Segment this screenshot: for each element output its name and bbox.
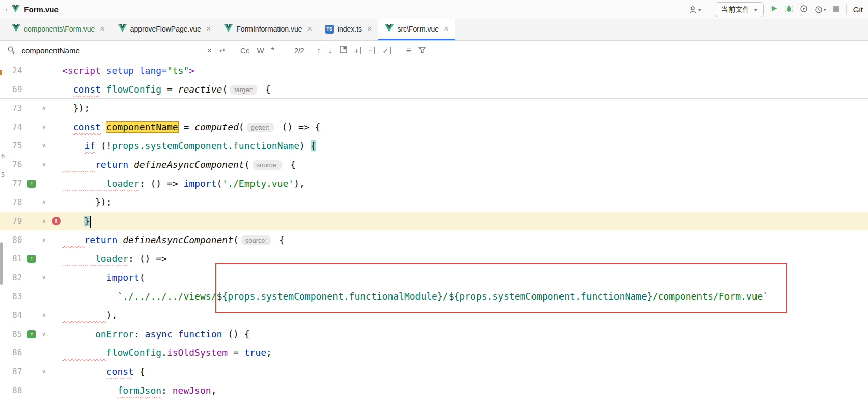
fold-marker-icon[interactable]: ∧ (42, 312, 46, 318)
code-line-24[interactable]: 24<script setup lang="ts"> (0, 61, 868, 80)
green-arrow-gutter-icon[interactable]: ↑ (27, 255, 36, 263)
filter-options-icon[interactable]: ≡ (406, 46, 411, 55)
green-arrow-gutter-icon[interactable]: ↑ (27, 180, 36, 188)
code-token: ${ (449, 291, 460, 302)
code-text[interactable]: import( (62, 268, 868, 287)
code-line-73[interactable]: 73∧ }); (0, 99, 868, 117)
code-text[interactable]: flowConfig.isOldSystem = true; (62, 343, 868, 362)
code-token: ( (244, 159, 250, 170)
code-token: ( (216, 178, 222, 189)
regex-toggle[interactable]: * (271, 46, 275, 55)
code-line-81[interactable]: 81↑ loader: () => (0, 249, 868, 268)
open-results-icon[interactable] (340, 46, 347, 55)
code-line-69[interactable]: 69 const flowConfig = reactive(target: { (0, 80, 868, 99)
words-toggle[interactable]: W (257, 47, 264, 54)
code-text[interactable]: loader: () => import('./Empty.vue'), (62, 174, 868, 193)
debug-button[interactable] (785, 5, 793, 15)
code-token (62, 310, 106, 320)
code-text[interactable]: if (!props.systemComponent.functionName)… (62, 136, 868, 155)
remove-selection-icon[interactable]: − (368, 47, 375, 54)
close-tab-icon[interactable]: × (307, 25, 312, 33)
newline-icon[interactable]: ↵ (219, 47, 226, 54)
code-line-86[interactable]: 86 flowConfig.isOldSystem = true; (0, 343, 868, 362)
match-case-toggle[interactable]: Cc (240, 47, 249, 54)
tab-components-form-vue[interactable]: components\Form.vue× (5, 19, 111, 40)
line-number: 75 (0, 141, 25, 151)
close-tab-icon[interactable]: × (444, 25, 449, 33)
select-all-occurrences-icon[interactable]: ✓ (382, 47, 391, 54)
code-line-82[interactable]: 82∨ import( (0, 268, 868, 287)
user-menu-button[interactable]: ▾ (688, 6, 701, 14)
filter-icon[interactable] (418, 46, 426, 55)
code-text[interactable]: loader: () => (62, 249, 868, 268)
code-line-76[interactable]: 76∨ return defineAsyncComponent(source: … (0, 155, 868, 174)
tab-approveflowpage-vue[interactable]: approveFlowPage.vue× (111, 19, 218, 40)
line-number: 87 (0, 367, 25, 376)
fold-marker-icon[interactable]: ∨ (42, 142, 46, 149)
run-button[interactable] (770, 5, 778, 14)
code-line-80[interactable]: 80∨ return defineAsyncComponent(source: … (0, 230, 868, 249)
clear-search-icon[interactable]: × (207, 46, 212, 55)
code-text[interactable]: }); (62, 99, 868, 117)
code-text[interactable]: ), (62, 306, 868, 324)
code-text[interactable]: onError: async function () { (62, 324, 868, 343)
fold-marker-icon[interactable]: ∧ (42, 218, 46, 224)
code-line-74[interactable]: 74∨ const componentName = computed(gette… (0, 117, 868, 136)
coverage-button[interactable] (800, 5, 808, 15)
code-token: : (134, 329, 145, 339)
code-line-83[interactable]: 83 `./../../../views/${props.systemCompo… (0, 287, 868, 306)
code-token: : (161, 385, 173, 396)
code-line-84[interactable]: 84∧ ), (0, 306, 868, 324)
profiler-button[interactable]: ▾ (815, 6, 826, 14)
code-line-78[interactable]: 78∧ }); (0, 193, 868, 212)
git-menu[interactable]: Git (853, 5, 863, 14)
code-text[interactable]: const { (62, 362, 868, 381)
close-tab-icon[interactable]: × (367, 25, 372, 33)
green-arrow-gutter-icon[interactable]: ↑ (27, 330, 36, 338)
code-token: <script (62, 65, 101, 76)
close-tab-icon[interactable]: × (206, 25, 211, 33)
tab-src-form-vue[interactable]: src\Form.vue× (378, 19, 455, 40)
gutter: 79∧! (0, 212, 62, 230)
code-line-85[interactable]: 85↑∨ onError: async function () { (0, 324, 868, 343)
add-selection-icon[interactable]: + (354, 47, 361, 54)
previous-match-icon[interactable]: ↑ (317, 46, 321, 55)
code-text[interactable]: const flowConfig = reactive(target: { (62, 80, 868, 99)
code-line-77[interactable]: 77↑ loader: () => import('./Empty.vue'), (0, 174, 868, 193)
fold-marker-icon[interactable]: ∨ (42, 236, 46, 243)
code-line-79[interactable]: 79∧! } (0, 212, 868, 230)
code-text[interactable]: return defineAsyncComponent(source: { (62, 155, 868, 174)
left-scrollbar-thumb[interactable] (0, 242, 3, 285)
fold-marker-icon[interactable]: ∧ (42, 105, 46, 111)
line-number: 86 (0, 348, 25, 358)
code-line-87[interactable]: 87∨ const { (0, 362, 868, 381)
tab-forminformation-vue[interactable]: FormInformation.vue× (217, 19, 319, 40)
code-text[interactable]: return defineAsyncComponent(source: { (62, 230, 868, 249)
code-text[interactable]: <script setup lang="ts"> (62, 61, 868, 80)
search-input[interactable]: componentName (22, 46, 200, 55)
code-line-75[interactable]: 75∨ if (!props.systemComponent.functionN… (0, 136, 868, 155)
run-config-selector[interactable]: 当前文件 ▾ (715, 2, 764, 17)
fold-marker-icon[interactable]: ∨ (42, 274, 46, 281)
next-match-icon[interactable]: ↓ (328, 46, 332, 55)
close-tab-icon[interactable]: × (100, 25, 104, 33)
code-text[interactable]: }); (62, 193, 868, 212)
code-text[interactable]: `./../../../views/${props.systemComponen… (62, 287, 868, 306)
code-line-88[interactable]: 88 formJson: newJson, (0, 381, 868, 400)
tab-bar: components\Form.vue×approveFlowPage.vue×… (0, 19, 868, 41)
fold-marker-icon[interactable]: ∨ (42, 161, 46, 168)
fold-marker-icon[interactable]: ∨ (42, 331, 46, 337)
code-token: } (647, 291, 653, 302)
stop-button[interactable] (833, 5, 839, 14)
error-icon[interactable]: ! (52, 217, 61, 225)
code-text[interactable]: formJson: newJson, (62, 381, 868, 400)
code-editor[interactable]: 24<script setup lang="ts">69 const flowC… (0, 61, 868, 417)
fold-marker-icon[interactable]: ∨ (42, 368, 46, 375)
code-text[interactable]: const componentName = computed(getter: (… (62, 117, 868, 136)
fold-marker-icon[interactable]: ∨ (42, 124, 46, 130)
search-icon[interactable]: ▾ (7, 46, 15, 56)
tab-index-ts[interactable]: TSindex.ts× (319, 19, 379, 40)
fold-marker-icon[interactable]: ∧ (42, 199, 46, 205)
gutter: 80∨ (0, 230, 62, 249)
code-text[interactable]: } (62, 212, 868, 230)
